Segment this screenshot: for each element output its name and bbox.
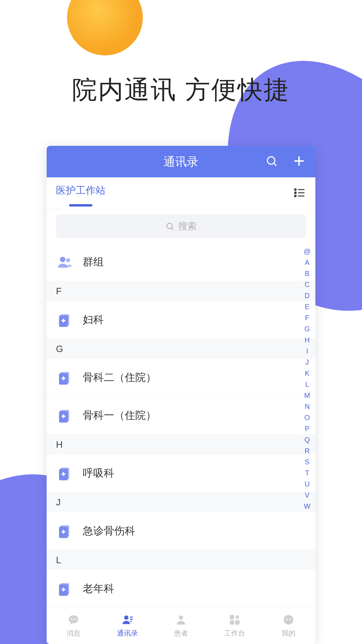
tab-workstation[interactable]: 医护工作站 [56,184,106,203]
svg-point-40 [73,618,74,620]
search-input[interactable]: 搜索 [56,215,306,238]
index-letter[interactable]: B [305,268,310,279]
department-row[interactable]: 妇科 [47,301,315,339]
bottom-nav: 消息通讯录患者工作台我的 [47,606,315,644]
department-icon [56,311,73,329]
index-letter[interactable]: E [305,302,310,312]
department-label: 呼吸科 [83,466,114,480]
search-placeholder: 搜索 [178,220,197,233]
department-icon [56,369,73,386]
department-icon [56,465,73,482]
section-header-F: F [47,281,315,301]
decorative-circle [67,0,143,55]
nav-item-label: 工作台 [224,629,245,638]
index-letter[interactable]: H [305,335,310,345]
section-header-G: G [47,339,315,359]
svg-point-52 [289,618,291,620]
alphabet-index[interactable]: @ABCDEFGHIJKLMNOPQRSTUVW [304,246,311,512]
contact-list-container: 群组 F妇科G骨科二（住院）骨科一（住院）H呼吸科J急诊骨伤科L老年科 @ABC… [47,243,315,606]
nav-item-label: 我的 [282,629,296,638]
page-title: 通讯录 [164,154,198,170]
department-label: 急诊骨伤科 [83,524,135,538]
chat-icon [66,613,80,627]
department-label: 老年科 [83,582,114,596]
svg-point-46 [179,615,183,620]
department-icon [56,522,73,540]
svg-point-39 [71,618,72,620]
add-icon[interactable] [292,154,306,169]
nav-item-chat[interactable]: 消息 [47,606,100,644]
svg-point-10 [167,223,172,229]
promo-title: 院内通讯 方便快捷 [0,73,362,107]
svg-point-42 [124,615,129,620]
index-letter[interactable]: U [305,479,310,489]
index-letter[interactable]: K [305,368,310,379]
nav-item-label: 消息 [66,629,80,638]
index-letter[interactable]: F [305,313,309,323]
nav-item-grid[interactable]: 工作台 [208,606,261,644]
svg-point-50 [284,615,293,624]
index-letter[interactable]: P [305,424,310,434]
svg-rect-47 [230,615,234,619]
svg-point-8 [295,195,296,197]
svg-line-1 [274,164,277,166]
svg-point-6 [295,192,296,194]
nav-item-face[interactable]: 我的 [262,606,315,644]
svg-point-13 [66,258,70,262]
index-letter[interactable]: R [305,446,310,456]
person-icon [174,613,188,627]
section-header-H: H [47,435,315,454]
nav-item-contacts[interactable]: 通讯录 [100,606,154,644]
search-icon-small [165,222,175,231]
department-row[interactable]: 急诊骨伤科 [47,512,315,550]
department-label: 骨科二（住院） [83,370,156,385]
top-nav-bar: 通讯录 [47,146,315,177]
list-menu-icon[interactable] [293,186,306,200]
contacts-icon [120,613,134,627]
index-letter[interactable]: V [305,490,310,501]
index-letter[interactable]: L [305,379,309,390]
index-letter[interactable]: @ [304,246,311,257]
svg-rect-48 [235,620,240,624]
department-icon [56,580,73,598]
svg-point-51 [286,618,288,620]
nav-item-label: 通讯录 [117,629,138,638]
section-header-J: J [47,492,315,512]
index-letter[interactable]: Q [304,435,310,445]
contact-list[interactable]: 群组 F妇科G骨科二（住院）骨科一（住院）H呼吸科J急诊骨伤科L老年科 [47,243,315,606]
tab-bar: 医护工作站 [47,177,315,209]
department-row[interactable]: 呼吸科 [47,454,315,492]
index-letter[interactable]: D [305,290,310,301]
index-letter[interactable]: A [305,257,310,268]
department-label: 骨科一（住院） [83,408,156,423]
index-letter[interactable]: W [304,501,310,512]
svg-rect-49 [230,620,234,624]
department-row[interactable]: 骨科一（住院） [47,397,315,435]
index-letter[interactable]: O [304,412,310,423]
svg-point-4 [295,189,296,190]
department-icon [56,407,73,424]
index-letter[interactable]: M [304,390,310,401]
department-row[interactable]: 骨科二（住院） [47,359,315,397]
index-letter[interactable]: J [305,357,309,368]
grid-icon [228,613,242,627]
search-icon[interactable] [265,155,278,169]
index-letter[interactable]: S [305,457,310,467]
face-icon [282,613,296,627]
index-letter[interactable]: T [305,468,309,478]
index-letter[interactable]: N [305,401,310,412]
svg-point-41 [75,618,76,620]
department-row[interactable]: 老年科 [47,570,315,606]
nav-item-person[interactable]: 患者 [154,606,208,644]
groups-icon [56,253,73,271]
index-letter[interactable]: I [306,346,308,356]
svg-point-0 [267,157,275,164]
phone-frame: 通讯录 医护工作站 搜索 群组 F妇科G骨科二（住院）骨科一（ [47,146,315,644]
index-letter[interactable]: G [304,324,310,334]
department-label: 妇科 [83,313,104,327]
index-letter[interactable]: C [305,279,310,290]
section-header-L: L [47,550,315,570]
svg-point-12 [60,257,66,262]
groups-row[interactable]: 群组 [47,243,315,281]
svg-line-11 [172,228,173,230]
